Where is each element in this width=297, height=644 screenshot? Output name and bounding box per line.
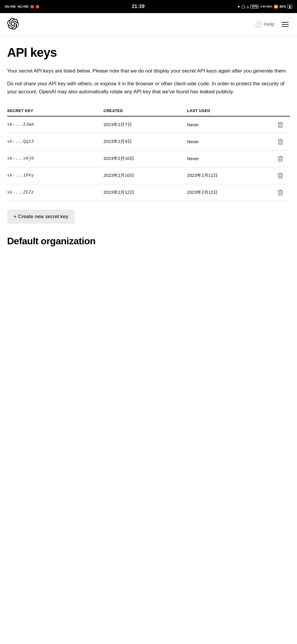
last-used-2: Never: [187, 139, 271, 144]
menu-line-2: [282, 24, 289, 25]
status-right: ∗ ◯ △ VPN 0.80 KB/s 📶 80% ▮: [237, 5, 292, 9]
help-circle-icon: ?: [256, 21, 262, 28]
table-row: sk-...ZFZz 2023年2月12日 2023年2月12日: [7, 184, 290, 201]
logo[interactable]: [7, 18, 19, 31]
delete-button-1[interactable]: [271, 122, 290, 128]
vpn-badge: VPN: [250, 5, 259, 9]
menu-line-1: [282, 22, 289, 23]
col-header-key: SECRET KEY: [7, 108, 104, 113]
network-indicator-2: 4G+HD: [18, 5, 29, 8]
page-title: API keys: [7, 45, 290, 60]
table-row: sk-...ZJW4 2023年2月7日 Never: [7, 116, 290, 133]
battery-icon: ▮: [287, 5, 292, 9]
battery-label: 80%: [279, 5, 286, 8]
api-key-1: sk-...ZJW4: [7, 122, 104, 127]
last-used-5: 2023年2月12日: [187, 190, 271, 195]
created-3: 2023年2月10日: [104, 156, 187, 161]
bluetooth-icon: ∗: [237, 5, 240, 9]
description-1: Your secret API keys are listed below. P…: [7, 67, 290, 75]
table-row: sk-...Qg13 2023年2月9日 Never: [7, 133, 290, 150]
created-2: 2023年2月9日: [104, 139, 187, 144]
alarm-icon: ◯: [241, 5, 245, 9]
last-used-4: 2023年2月11日: [187, 173, 271, 178]
speed-indicator: 0.80 KB/s: [260, 5, 272, 8]
delete-button-3[interactable]: [271, 156, 290, 162]
mute-icon: △: [247, 5, 249, 9]
wifi-icon: 📶: [274, 5, 278, 9]
last-used-3: Never: [187, 156, 271, 161]
help-button[interactable]: ? Help: [256, 21, 274, 28]
delete-button-2[interactable]: [271, 139, 290, 145]
delete-button-4[interactable]: [271, 173, 290, 179]
status-left: 4G+HD 4G+HD 🟥 🟥: [5, 5, 39, 8]
default-org-title: Default organization: [7, 236, 290, 247]
description-2: Do not share your API key with others, o…: [7, 80, 290, 96]
status-time: 21:39: [132, 4, 145, 9]
table-header: SECRET KEY CREATED LAST USED: [7, 106, 290, 116]
api-key-4: sk-...1Pky: [7, 173, 104, 178]
api-key-5: sk-...ZFZz: [7, 190, 104, 195]
table-row: sk-...x6j0 2023年2月10日 Never: [7, 150, 290, 167]
col-header-action: [271, 108, 290, 113]
help-label: Help: [264, 21, 274, 27]
delete-button-5[interactable]: [271, 190, 290, 196]
col-header-created: CREATED: [104, 108, 187, 113]
nav-right: ? Help: [256, 21, 290, 28]
col-header-lastused: LAST USED: [187, 108, 271, 113]
nav-header: ? Help: [0, 13, 297, 36]
status-bar: 4G+HD 4G+HD 🟥 🟥 21:39 ∗ ◯ △ VPN 0.80 KB/…: [0, 0, 297, 13]
network-indicator: 4G+HD: [5, 5, 16, 8]
created-4: 2023年2月10日: [104, 173, 187, 178]
created-5: 2023年2月12日: [104, 190, 187, 195]
create-secret-key-button[interactable]: + Create new secret key: [7, 210, 75, 224]
sim2-icon: 🟥: [36, 5, 39, 8]
menu-line-3: [282, 26, 289, 27]
api-key-3: sk-...x6j0: [7, 156, 104, 161]
menu-button[interactable]: [280, 21, 290, 28]
sim1-icon: 🟥: [30, 5, 34, 8]
api-key-2: sk-...Qg13: [7, 139, 104, 144]
table-row: sk-...1Pky 2023年2月10日 2023年2月11日: [7, 167, 290, 184]
last-used-1: Never: [187, 122, 271, 127]
created-1: 2023年2月7日: [104, 122, 187, 127]
main-content: API keys Your secret API keys are listed…: [0, 36, 297, 256]
